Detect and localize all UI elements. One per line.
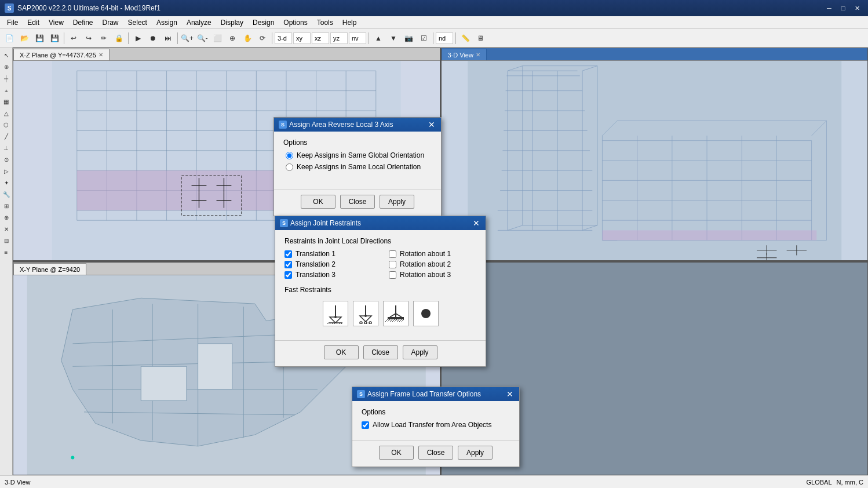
left-tool-18[interactable]: ≡: [1, 247, 12, 257]
xz-tab-close[interactable]: ✕: [99, 52, 103, 58]
menu-define[interactable]: Define: [68, 17, 98, 28]
dialog3-close-dialog-btn[interactable]: Close: [418, 446, 453, 460]
xy-tab[interactable]: X-Y Plane @ Z=9420: [13, 263, 86, 275]
capture-btn[interactable]: 📷: [402, 31, 415, 45]
left-tool-10[interactable]: ⊙: [1, 154, 12, 165]
dialog2-trans3[interactable]: Translation 3: [285, 271, 366, 279]
display-btn[interactable]: 🖥: [473, 31, 487, 45]
dialog1-radio-global-input[interactable]: [286, 152, 293, 159]
open-btn[interactable]: 📂: [17, 31, 31, 45]
left-tool-15[interactable]: ⊕: [1, 212, 12, 223]
menu-display[interactable]: Display: [216, 17, 248, 28]
dialog2-rot2-input[interactable]: [389, 261, 396, 268]
dialog1-radio-local-input[interactable]: [286, 163, 293, 171]
redo-btn[interactable]: ↪: [82, 31, 96, 45]
menu-help[interactable]: Help: [338, 17, 362, 28]
run2-btn[interactable]: ⏺: [146, 31, 160, 45]
left-tool-2[interactable]: ⊕: [1, 61, 12, 72]
save-btn[interactable]: 💾: [32, 31, 46, 45]
dialog2-apply-btn[interactable]: Apply: [403, 345, 437, 359]
dialog1-close-btn[interactable]: ✕: [427, 121, 436, 129]
run-btn[interactable]: ▶: [131, 31, 145, 45]
3d-tab[interactable]: 3-D View ✕: [442, 49, 487, 60]
menu-edit[interactable]: Edit: [23, 17, 44, 28]
menu-file[interactable]: File: [2, 17, 23, 28]
dialog1-close-dialog-btn[interactable]: Close: [340, 195, 375, 209]
coord-nd[interactable]: nd: [436, 32, 453, 44]
dialog-joint-restraints[interactable]: S Assign Joint Restraints ✕ Restraints i…: [275, 216, 486, 367]
dialog3-allow-transfer[interactable]: Allow Load Transfer from Area Objects: [362, 421, 510, 429]
left-tool-4[interactable]: ⟁: [1, 85, 12, 95]
dialog2-close-dialog-btn[interactable]: Close: [363, 345, 398, 359]
zoom-fit-btn[interactable]: ⊕: [225, 31, 239, 45]
dialog2-rot3[interactable]: Rotation about 3: [389, 271, 470, 279]
measure-btn[interactable]: 📏: [458, 31, 472, 45]
run3-btn[interactable]: ⏭: [161, 31, 175, 45]
dialog3-close-btn[interactable]: ✕: [505, 390, 515, 398]
menu-design[interactable]: Design: [248, 17, 279, 28]
dialog2-trans1[interactable]: Translation 1: [285, 250, 366, 258]
dialog2-rot1[interactable]: Rotation about 1: [389, 250, 470, 258]
left-tool-12[interactable]: ✦: [1, 177, 12, 188]
xz-tab[interactable]: X-Z Plane @ Y=44737.425 ✕: [13, 49, 110, 60]
3d-tab-close[interactable]: ✕: [476, 52, 480, 58]
dialog2-trans1-input[interactable]: [285, 250, 292, 258]
undo-btn[interactable]: ↩: [67, 31, 81, 45]
dialog1-apply-btn[interactable]: Apply: [380, 195, 414, 209]
fixed-support-icon[interactable]: [383, 301, 409, 326]
window-controls[interactable]: ─ □ ✕: [823, 3, 863, 13]
view-mode-xz[interactable]: xz: [312, 32, 329, 44]
left-tool-8[interactable]: ╱: [1, 131, 12, 141]
zoom-in-btn[interactable]: 🔍+: [180, 31, 194, 45]
left-tool-17[interactable]: ⊟: [1, 235, 12, 246]
dialog2-trans2[interactable]: Translation 2: [285, 260, 366, 268]
pan-btn[interactable]: ✋: [240, 31, 254, 45]
left-tool-5[interactable]: ▦: [1, 96, 12, 107]
menu-tools[interactable]: Tools: [312, 17, 338, 28]
view-mode-nv[interactable]: nv: [349, 32, 366, 44]
free-joint-icon[interactable]: [413, 301, 439, 326]
dialog1-radio-global[interactable]: Keep Assigns in Same Global Orientation: [286, 151, 432, 159]
menu-select[interactable]: Select: [123, 17, 152, 28]
menu-options[interactable]: Options: [279, 17, 312, 28]
menu-analyze[interactable]: Analyze: [182, 17, 216, 28]
dialog2-rot1-input[interactable]: [389, 250, 396, 258]
view-mode-xy[interactable]: xy: [293, 32, 311, 44]
left-tool-9[interactable]: ⊥: [1, 143, 12, 153]
roller-support-icon[interactable]: [353, 301, 378, 326]
dialog1-ok-btn[interactable]: OK: [301, 195, 335, 209]
new-btn[interactable]: 📄: [2, 31, 16, 45]
left-tool-16[interactable]: ✕: [1, 224, 12, 234]
save2-btn[interactable]: 💾: [48, 31, 61, 45]
view-mode-3d[interactable]: 3-d: [275, 32, 292, 44]
zoom-rect-btn[interactable]: ⬜: [210, 31, 224, 45]
menu-view[interactable]: View: [44, 17, 68, 28]
maximize-btn[interactable]: □: [837, 3, 849, 13]
pencil-btn[interactable]: ✏: [97, 31, 111, 45]
dialog2-trans2-input[interactable]: [285, 261, 292, 268]
dialog-frame-load[interactable]: S Assign Frame Load Transfer Options ✕ O…: [352, 387, 520, 467]
dialog3-ok-btn[interactable]: OK: [379, 446, 414, 460]
dialog2-trans3-input[interactable]: [285, 271, 292, 279]
dialog-reverse-local[interactable]: S Assign Area Reverse Local 3 Axis ✕ Opt…: [273, 117, 442, 216]
up-btn[interactable]: ▲: [371, 31, 385, 45]
left-tool-7[interactable]: ⬡: [1, 119, 12, 130]
dialog1-radio-local[interactable]: Keep Assigns in Same Local Orientation: [286, 163, 432, 171]
rotate-btn[interactable]: ⟳: [256, 31, 269, 45]
pin-support-icon[interactable]: [323, 301, 348, 326]
left-tool-1[interactable]: ↖: [1, 50, 12, 60]
left-tool-11[interactable]: ▷: [1, 166, 12, 176]
dialog2-close-btn[interactable]: ✕: [472, 219, 481, 227]
left-tool-3[interactable]: ┼: [1, 73, 12, 83]
dialog3-apply-btn[interactable]: Apply: [458, 446, 493, 460]
zoom-out-btn[interactable]: 🔍-: [195, 31, 209, 45]
check-btn[interactable]: ☑: [417, 31, 431, 45]
left-tool-14[interactable]: ⊞: [1, 201, 12, 211]
minimize-btn[interactable]: ─: [823, 3, 836, 13]
close-btn[interactable]: ✕: [851, 3, 863, 13]
menu-draw[interactable]: Draw: [98, 17, 123, 28]
dialog2-ok-btn[interactable]: OK: [324, 345, 359, 359]
dialog3-checkbox-input[interactable]: [362, 421, 369, 429]
left-tool-6[interactable]: △: [1, 108, 12, 118]
dialog2-rot3-input[interactable]: [389, 271, 396, 279]
